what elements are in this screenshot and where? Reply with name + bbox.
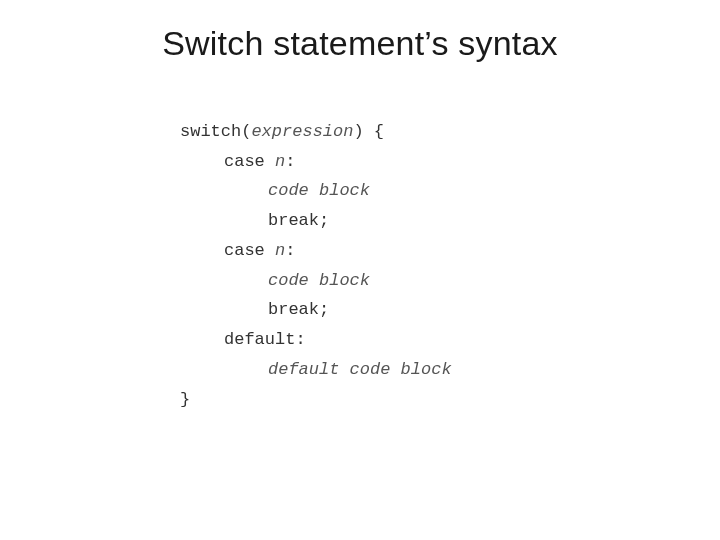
- keyword-case: case: [224, 152, 275, 171]
- code-line-3: code block: [180, 176, 370, 206]
- keyword-case: case: [224, 241, 275, 260]
- delim-colon: :: [285, 241, 295, 260]
- code-line-10: }: [180, 390, 190, 409]
- code-line-5: case n:: [180, 236, 295, 266]
- keyword-break: break;: [268, 211, 329, 230]
- code-line-9: default code block: [180, 355, 452, 385]
- keyword-break: break;: [268, 300, 329, 319]
- delim-close-brace: }: [180, 390, 190, 409]
- expr-code-block: code block: [268, 271, 370, 290]
- code-line-7: break;: [180, 295, 329, 325]
- delim-colon: :: [285, 152, 295, 171]
- expr-default-code-block: default code block: [268, 360, 452, 379]
- keyword-switch: switch(: [180, 122, 251, 141]
- expr-n: n: [275, 241, 285, 260]
- slide-title: Switch statement’s syntax: [0, 24, 720, 63]
- expr-expression: expression: [251, 122, 353, 141]
- delim-close-paren-brace: ) {: [353, 122, 384, 141]
- code-line-6: code block: [180, 266, 370, 296]
- expr-code-block: code block: [268, 181, 370, 200]
- code-block: switch(expression) { case n: code block …: [180, 87, 720, 414]
- code-line-8: default:: [180, 325, 306, 355]
- expr-n: n: [275, 152, 285, 171]
- code-line-4: break;: [180, 206, 329, 236]
- code-line-1: switch(expression) {: [180, 122, 384, 141]
- code-line-2: case n:: [180, 147, 295, 177]
- slide: Switch statement’s syntax switch(express…: [0, 0, 720, 540]
- keyword-default: default:: [224, 330, 306, 349]
